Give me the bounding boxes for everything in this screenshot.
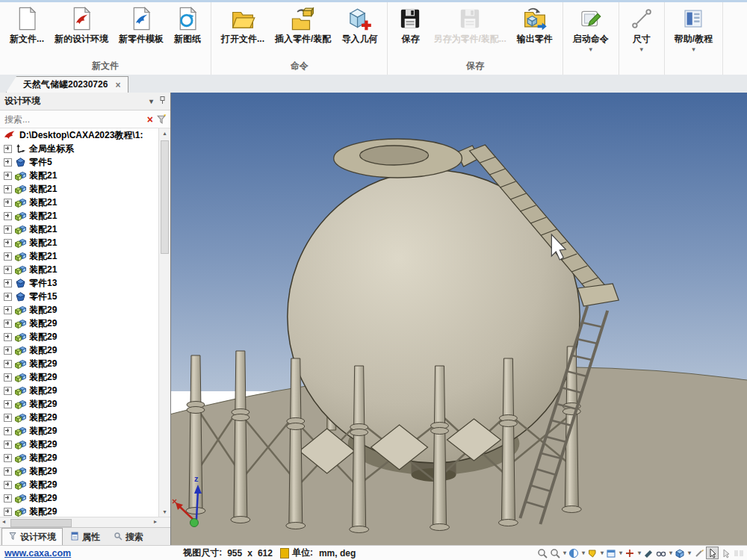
- expand-plus-icon[interactable]: [4, 293, 12, 301]
- chevron-down-icon[interactable]: ▾: [688, 550, 691, 556]
- expand-plus-icon[interactable]: [4, 387, 12, 395]
- expand-plus-icon[interactable]: [4, 441, 12, 449]
- caxa-link[interactable]: www.caxa.com: [4, 548, 71, 559]
- chevron-down-icon[interactable]: ▾: [149, 97, 153, 105]
- expand-plus-icon[interactable]: [4, 185, 12, 193]
- tree-item[interactable]: 装配21: [0, 249, 159, 263]
- tree-item[interactable]: 装配29: [0, 438, 159, 451]
- filter-icon[interactable]: [156, 113, 167, 125]
- appearance-icon[interactable]: [587, 547, 598, 559]
- expand-plus-icon[interactable]: [4, 199, 12, 207]
- zoom-icon[interactable]: [537, 547, 548, 559]
- tab-design-environment[interactable]: 设计环境: [1, 528, 63, 546]
- close-icon[interactable]: ×: [115, 80, 120, 90]
- chevron-down-icon[interactable]: ▾: [582, 550, 585, 556]
- dimension-button[interactable]: 尺寸▾: [625, 4, 658, 74]
- expand-plus-icon[interactable]: [4, 346, 12, 355]
- expand-plus-icon[interactable]: [4, 454, 12, 462]
- expand-plus-icon[interactable]: [4, 467, 12, 476]
- vertical-scrollbar[interactable]: ▴ ▾: [158, 128, 170, 517]
- tree-item[interactable]: 零件13: [0, 276, 159, 290]
- tree-root-item[interactable]: D:\Desktop\CAXA2023教程\1:: [0, 128, 159, 142]
- tree-item[interactable]: 装配29: [0, 397, 159, 411]
- display-box-icon[interactable]: [606, 547, 617, 559]
- orientation-icon[interactable]: [624, 547, 636, 559]
- expand-plus-icon[interactable]: [4, 414, 12, 422]
- search-input[interactable]: [3, 113, 144, 125]
- expand-plus-icon[interactable]: [4, 373, 12, 382]
- viewport-3d[interactable]: z: [171, 93, 747, 546]
- tree-item[interactable]: 装配29: [0, 491, 159, 505]
- glasses-icon[interactable]: [656, 547, 667, 559]
- expand-plus-icon[interactable]: [4, 225, 12, 234]
- tree-item[interactable]: 装配29: [0, 330, 159, 343]
- expand-plus-icon[interactable]: [4, 508, 12, 516]
- import-geometry-button[interactable]: 导入几何: [338, 4, 381, 57]
- tree-item[interactable]: 装配29: [0, 343, 159, 357]
- scroll-down-icon[interactable]: ▾: [159, 508, 170, 515]
- expand-plus-icon[interactable]: [4, 320, 12, 328]
- expand-plus-icon[interactable]: [4, 494, 12, 503]
- start-command-button[interactable]: 启动命令▾: [569, 4, 613, 74]
- vertical-scroll-thumb[interactable]: [161, 140, 169, 254]
- save-button[interactable]: 保存: [394, 4, 427, 57]
- scroll-left-icon[interactable]: ◂: [2, 518, 5, 525]
- tree-item[interactable]: 装配29: [0, 505, 159, 517]
- horizontal-scrollbar[interactable]: ◂ ▸: [0, 517, 170, 527]
- expand-plus-icon[interactable]: [4, 266, 12, 274]
- new-file-button[interactable]: 新文件...: [6, 4, 48, 57]
- tree-item[interactable]: 装配29: [0, 370, 159, 384]
- expand-plus-icon[interactable]: [4, 333, 12, 341]
- new-drawing-button[interactable]: 新图纸: [170, 4, 205, 57]
- export-part-button[interactable]: 输出零件: [513, 4, 557, 57]
- chevron-down-icon[interactable]: ▾: [638, 550, 641, 556]
- scroll-up-icon[interactable]: ▴: [159, 130, 170, 137]
- expand-plus-icon[interactable]: [4, 306, 12, 314]
- tree-item[interactable]: 装配29: [0, 384, 159, 397]
- select-cursor-icon[interactable]: [706, 547, 719, 559]
- tree-item[interactable]: 装配29: [0, 411, 159, 424]
- chevron-down-icon[interactable]: ▾: [563, 550, 566, 556]
- chevron-down-icon[interactable]: ▾: [601, 550, 604, 556]
- view-cube-icon[interactable]: [675, 547, 686, 559]
- tree-item[interactable]: 装配29: [0, 451, 159, 464]
- tree-item[interactable]: 装配21: [0, 182, 159, 196]
- shade-mode-icon[interactable]: [568, 547, 580, 559]
- expand-plus-icon[interactable]: [4, 481, 12, 489]
- tab-properties[interactable]: 属性: [64, 529, 106, 546]
- help-tutorial-button[interactable]: 帮助/教程▾: [671, 4, 716, 74]
- clear-search-icon[interactable]: ×: [147, 114, 153, 125]
- expand-plus-icon[interactable]: [4, 212, 12, 220]
- expand-plus-icon[interactable]: [4, 145, 12, 153]
- tree-item[interactable]: 装配21: [0, 263, 159, 276]
- tree-item[interactable]: 装配29: [0, 478, 159, 491]
- tree-item[interactable]: 装配21: [0, 169, 159, 182]
- horizontal-scroll-thumb[interactable]: [10, 519, 72, 527]
- extra-tools-icon[interactable]: [733, 547, 744, 559]
- open-file-button[interactable]: 打开文件...: [217, 4, 268, 57]
- chevron-down-icon[interactable]: ▾: [619, 550, 622, 556]
- tree-item[interactable]: 装配21: [0, 196, 159, 209]
- tree-item[interactable]: 全局坐标系: [0, 142, 159, 155]
- expand-plus-icon[interactable]: [4, 400, 12, 408]
- annotate-icon[interactable]: [693, 547, 704, 559]
- tree-item[interactable]: 装配29: [0, 357, 159, 370]
- expand-plus-icon[interactable]: [4, 158, 12, 167]
- tree-item[interactable]: 零件15: [0, 290, 159, 303]
- pointer-icon[interactable]: [720, 547, 731, 559]
- pin-icon[interactable]: [159, 96, 166, 106]
- expand-plus-icon[interactable]: [4, 427, 12, 435]
- camera-icon[interactable]: [643, 547, 654, 559]
- new-design-environment-button[interactable]: 新的设计环境: [51, 4, 112, 57]
- new-part-template-button[interactable]: 新零件模板: [115, 4, 167, 57]
- tree-item[interactable]: 装配21: [0, 236, 159, 249]
- scroll-right-icon[interactable]: ▸: [154, 518, 157, 525]
- zoom-window-icon[interactable]: [550, 547, 561, 559]
- tree-item[interactable]: 装配29: [0, 464, 159, 478]
- insert-part-assembly-button[interactable]: 插入零件/装配: [271, 4, 335, 57]
- expand-plus-icon[interactable]: [4, 279, 12, 287]
- save-as-part-assembly-button[interactable]: 另存为零件/装配...: [430, 4, 509, 57]
- expand-plus-icon[interactable]: [4, 360, 12, 368]
- document-tab[interactable]: 天然气储罐20230726 ×: [6, 76, 128, 93]
- tree-item[interactable]: 装配29: [0, 303, 159, 317]
